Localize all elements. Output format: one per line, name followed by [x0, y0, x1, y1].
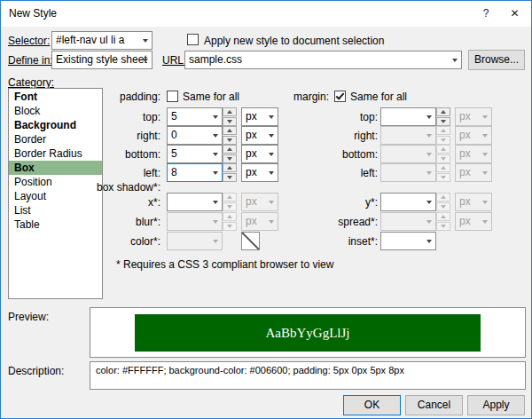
url-combo[interactable]: sample.css — [184, 51, 462, 69]
spinner-down-icon[interactable] — [223, 136, 237, 145]
spinner-up-icon[interactable] — [223, 145, 237, 154]
margin-right-value-combo — [380, 126, 436, 145]
selector-combo[interactable]: #left-nav ul li a — [51, 31, 153, 50]
padding-top-value: 5 — [171, 108, 177, 125]
category-item-block[interactable]: Block — [9, 104, 102, 118]
close-icon[interactable]: ✕ — [500, 1, 529, 27]
chevron-down-icon — [478, 164, 491, 181]
category-item-border-radius[interactable]: Border Radius — [9, 146, 102, 161]
padding-left-value-combo[interactable]: 8 — [167, 163, 223, 182]
margin-left-label: left: — [307, 167, 378, 179]
category-item-table[interactable]: Table — [9, 217, 102, 232]
category-item-border[interactable]: Border — [9, 132, 102, 146]
spinner-up-icon[interactable] — [223, 163, 237, 172]
category-item-font[interactable]: Font — [9, 90, 102, 104]
chevron-down-icon[interactable] — [422, 233, 435, 249]
chevron-down-icon[interactable] — [208, 164, 222, 181]
shadow-x-value-combo[interactable] — [167, 193, 223, 211]
shadow-x-label: x*: — [90, 196, 160, 209]
apply-to-selection-checkbox[interactable] — [187, 34, 199, 45]
spinner-down-icon — [223, 202, 237, 211]
category-item-layout[interactable]: Layout — [9, 189, 102, 203]
spinner-up-icon[interactable] — [223, 126, 237, 135]
chevron-down-icon[interactable] — [138, 32, 152, 49]
padding-left-spinner[interactable] — [223, 163, 237, 182]
shadow-blur-unit: px — [246, 213, 257, 230]
chevron-down-icon[interactable] — [264, 108, 278, 125]
chevron-down-icon — [478, 108, 491, 125]
padding-right-spinner[interactable] — [223, 126, 237, 145]
padding-same-for-all-checkbox[interactable] — [167, 91, 178, 102]
padding-bottom-spinner[interactable] — [223, 145, 237, 163]
padding-label: padding: — [98, 91, 160, 103]
preview-box: AaBbYyGgLlJj — [90, 307, 526, 358]
help-icon[interactable]: ? — [472, 1, 500, 27]
chevron-down-icon[interactable] — [264, 164, 278, 181]
preview-sample: AaBbYyGgLlJj — [135, 314, 481, 352]
spinner-down-icon — [436, 154, 450, 163]
padding-top-unit: px — [246, 108, 257, 125]
chevron-down-icon[interactable] — [422, 194, 435, 210]
define-in-combo[interactable]: Existing style sheet — [51, 51, 153, 69]
chevron-down-icon — [422, 127, 435, 144]
spinner-up-icon[interactable] — [223, 107, 237, 116]
margin-top-spinner[interactable] — [436, 107, 450, 126]
spinner-down-icon — [436, 222, 450, 231]
chevron-down-icon[interactable] — [422, 108, 435, 125]
padding-left-unit: px — [246, 164, 257, 181]
shadow-inset-combo[interactable] — [380, 232, 436, 250]
padding-right-unit-combo[interactable]: px — [241, 126, 278, 145]
spinner-down-icon[interactable] — [436, 117, 450, 126]
chevron-down-icon — [422, 146, 435, 162]
chevron-down-icon[interactable] — [264, 146, 278, 162]
chevron-down-icon[interactable] — [208, 146, 222, 162]
chevron-down-icon — [422, 164, 435, 181]
preview-sample-text: AaBbYyGgLlJj — [266, 326, 350, 341]
padding-right-value-combo[interactable]: 0 — [167, 126, 223, 145]
category-item-list[interactable]: List — [9, 203, 102, 217]
chevron-down-icon[interactable] — [208, 194, 222, 210]
chevron-down-icon[interactable] — [448, 51, 461, 68]
padding-top-spinner[interactable] — [223, 107, 237, 126]
spinner-down-icon[interactable] — [223, 173, 237, 182]
apply-button[interactable]: Apply — [467, 395, 525, 415]
padding-bottom-unit-combo[interactable]: px — [241, 145, 278, 163]
padding-top-value-combo[interactable]: 5 — [167, 107, 223, 126]
margin-top-unit-combo: px — [455, 107, 492, 126]
spinner-up-icon — [436, 163, 450, 172]
browse-button[interactable]: Browse... — [468, 50, 525, 70]
spinner-up-icon[interactable] — [436, 107, 450, 116]
chevron-down-icon[interactable] — [138, 51, 152, 68]
spinner-down-icon[interactable] — [223, 154, 237, 163]
margin-same-for-all-checkbox[interactable] — [334, 91, 346, 102]
margin-left-value-combo — [380, 163, 436, 182]
ok-button[interactable]: OK — [343, 395, 401, 415]
selector-label: Selector: — [8, 35, 50, 47]
padding-bottom-value-combo[interactable]: 5 — [167, 145, 223, 163]
shadow-y-value-combo[interactable] — [380, 193, 436, 211]
chevron-down-icon[interactable] — [208, 127, 222, 144]
padding-top-unit-combo[interactable]: px — [241, 107, 278, 126]
category-list: Font Block Background Border Border Radi… — [8, 88, 103, 299]
padding-left-value: 8 — [171, 164, 177, 181]
chevron-down-icon[interactable] — [208, 108, 222, 125]
title-bar[interactable]: New Style ? ✕ — [1, 1, 531, 27]
margin-left-unit: px — [459, 164, 471, 181]
shadow-color-label: color*: — [90, 235, 160, 248]
shadow-spread-unit-combo: px — [455, 212, 492, 231]
margin-bottom-unit-combo: px — [455, 145, 492, 163]
category-item-box[interactable]: Box — [9, 161, 102, 175]
spinner-up-icon — [223, 193, 237, 202]
chevron-down-icon — [422, 213, 435, 230]
category-item-position[interactable]: Position — [9, 175, 102, 189]
margin-right-label: right: — [307, 130, 378, 142]
margin-top-value-combo[interactable] — [380, 107, 436, 126]
color-picker-button[interactable] — [241, 232, 260, 250]
margin-bottom-label: bottom: — [307, 148, 378, 161]
cancel-button[interactable]: Cancel — [405, 395, 463, 415]
padding-left-unit-combo[interactable]: px — [241, 163, 278, 182]
category-item-background[interactable]: Background — [9, 118, 102, 132]
spinner-up-icon — [436, 212, 450, 221]
chevron-down-icon[interactable] — [264, 127, 278, 144]
spinner-down-icon[interactable] — [223, 117, 237, 126]
